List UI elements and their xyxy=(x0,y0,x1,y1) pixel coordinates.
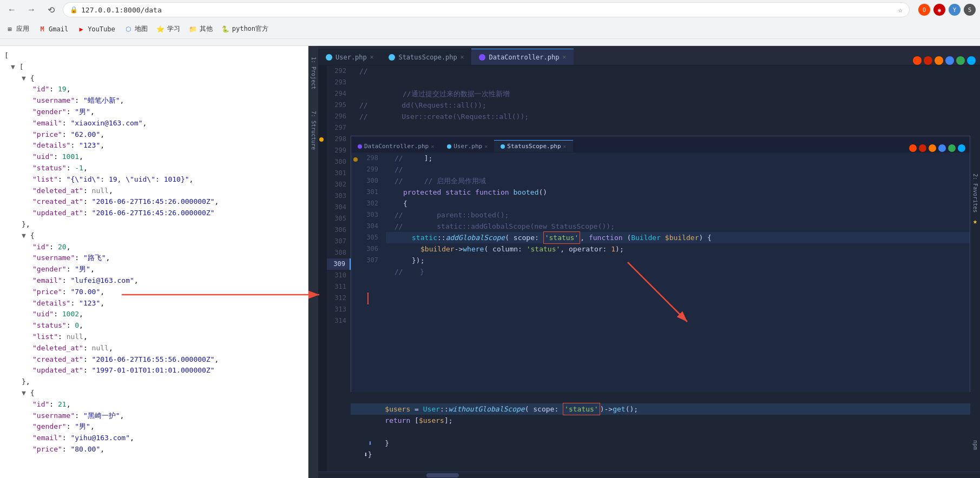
editor-tabs: User.php ✕ StatusScope.php ✕ DataControl… xyxy=(318,46,980,65)
ln-312: 312 xyxy=(327,293,351,304)
reload-button[interactable]: ⟲ xyxy=(43,2,58,17)
cl-313: ⬇} xyxy=(351,449,970,460)
code-line-297 xyxy=(351,122,970,134)
json-line: "gender": "男", xyxy=(0,107,308,118)
ln-300: 300 xyxy=(327,156,351,168)
editor-browser-icons xyxy=(909,56,980,65)
ncl-299: // xyxy=(386,164,970,175)
json-pane[interactable]: [ ▼ [ ▼ { "id": 19, "username": "蜡笔小新", … xyxy=(0,46,308,478)
other-icon: 📁 xyxy=(189,25,198,34)
bookmark-gmail[interactable]: M Gmail xyxy=(38,25,68,34)
bookmark-study[interactable]: ⭐ 学习 xyxy=(156,24,180,34)
structure-label[interactable]: 7: Structure xyxy=(311,111,317,150)
json-line: "list": "{\"id\": 19, \"uid\": 1010}", xyxy=(0,174,308,185)
ncl-307: // } xyxy=(386,266,970,277)
close-user-php[interactable]: ✕ xyxy=(370,54,374,61)
ncl-300: // // 启用全局作用域 xyxy=(386,175,970,187)
editor-pane: 1: Project 7: Structure User.php ✕ Statu… xyxy=(308,46,980,478)
bookmark-apps[interactable]: ⊞ 应用 xyxy=(5,24,29,34)
nested-close-3[interactable]: ✕ xyxy=(563,143,567,149)
ln-314: 314 xyxy=(327,315,351,327)
bookmark-maps[interactable]: ⬡ 地图 xyxy=(124,24,148,34)
ext-icon-1: ◉ xyxy=(933,4,945,16)
breakpoint-dot xyxy=(319,137,324,142)
ln-299: 299 xyxy=(327,145,351,156)
ext-icon-3: S xyxy=(964,4,976,16)
npm-label[interactable]: npm xyxy=(972,440,978,450)
side-panel: 1: Project 7: Structure xyxy=(308,46,318,478)
address-bar[interactable]: 🔒 127.0.0.1:8000/data ☆ xyxy=(63,2,910,17)
tab-data-controller-label: DataController.php xyxy=(489,54,559,61)
bookmark-other[interactable]: 📁 其他 xyxy=(189,24,213,34)
code-line-293 xyxy=(351,77,970,88)
json-line: "gender": "男", xyxy=(0,264,308,275)
bookmark-gmail-label: Gmail xyxy=(49,25,68,33)
nested-gutter: 298 299 300 301 302 303 304 305 306 307 xyxy=(364,152,386,277)
json-line: "details": "123", xyxy=(0,140,308,151)
close-status-scope[interactable]: ✕ xyxy=(461,54,464,61)
nested-dot xyxy=(353,157,358,162)
n-dot-1 xyxy=(909,144,917,152)
json-line: ▼ [ xyxy=(0,62,308,73)
json-line: "deleted_at": null, xyxy=(0,185,308,197)
tab-user-php-label: User.php xyxy=(336,54,367,61)
ncl-305: $builder->where( column: 'status', opera… xyxy=(386,243,970,255)
nln-307: 307 xyxy=(364,255,383,266)
nln-301: 301 xyxy=(364,187,383,198)
favorites-label[interactable]: 2: Favorites xyxy=(972,174,978,213)
bookmark-youtube[interactable]: ▶ YouTube xyxy=(77,25,115,34)
tab-data-controller[interactable]: DataController.php ✕ xyxy=(471,49,574,65)
opera-icon: O xyxy=(918,4,930,16)
close-data-controller[interactable]: ✕ xyxy=(562,54,566,61)
main-area: [ ▼ [ ▼ { "id": 19, "username": "蜡笔小新", … xyxy=(0,46,980,478)
json-line: "list": null, xyxy=(0,331,308,343)
nested-tab-icon-3 xyxy=(501,144,505,149)
nested-tab-user[interactable]: User.php ✕ xyxy=(440,141,494,152)
nested-close-1[interactable]: ✕ xyxy=(431,143,434,149)
back-button[interactable]: ← xyxy=(4,2,19,17)
python-icon: 🐍 xyxy=(221,25,230,34)
bookmark-python-label: python官方 xyxy=(232,24,268,34)
code-line-296: // User::create(\Request::all()); xyxy=(351,111,970,122)
ln-307: 307 xyxy=(327,236,351,247)
nested-close-2[interactable]: ✕ xyxy=(484,143,488,149)
nested-code: // ]; // // // 启用全局作用域 protected static … xyxy=(386,152,970,277)
json-username-line: "username": "蜡笔小新", xyxy=(0,95,308,107)
n-dot-4 xyxy=(938,144,946,152)
ln-304: 304 xyxy=(327,202,351,213)
n-dot-5 xyxy=(948,144,956,152)
code-line-295: // dd(\Request::all()); xyxy=(351,99,970,111)
json-line: "deleted_at": null, xyxy=(0,343,308,354)
nln-298: 298 xyxy=(364,152,383,164)
json-line: "username": "路飞", xyxy=(0,253,308,264)
tab-status-scope[interactable]: StatusScope.php ✕ xyxy=(381,49,471,65)
forward-button[interactable]: → xyxy=(24,2,39,17)
nested-tab-icon-1 xyxy=(358,144,362,149)
json-line: "price": "62.00", xyxy=(0,129,308,141)
nav-bar: ← → ⟲ 🔒 127.0.0.1:8000/data ☆ O ◉ Y S xyxy=(0,0,980,19)
browser-dot-green xyxy=(956,56,965,65)
json-line: ▼ { xyxy=(0,230,308,242)
nested-tab-scope[interactable]: StatusScope.php ✕ xyxy=(494,140,573,152)
horizontal-scrollbar[interactable] xyxy=(318,472,980,478)
url-text: 127.0.0.1:8000/data xyxy=(81,6,895,14)
json-status-line: "status": 0, xyxy=(0,320,308,331)
nln-303: 303 xyxy=(364,209,383,221)
bookmark-apps-label: 应用 xyxy=(16,24,29,34)
ln-309: 309 xyxy=(327,258,351,270)
scrollbar-thumb[interactable] xyxy=(426,473,459,477)
nested-left-icons xyxy=(351,152,364,277)
code-line-292: // xyxy=(351,65,970,77)
n-dot-6 xyxy=(958,144,965,152)
ln-297: 297 xyxy=(327,122,351,134)
project-label[interactable]: 1: Project xyxy=(311,57,317,89)
bookmark-python[interactable]: 🐍 python官方 xyxy=(221,24,268,34)
bookmark-study-label: 学习 xyxy=(167,24,180,34)
ncl-304: static::addGlobalScope( scope: 'status',… xyxy=(386,232,970,243)
nested-tab-controller[interactable]: DataController.php ✕ xyxy=(351,141,440,152)
tab-user-php[interactable]: User.php ✕ xyxy=(318,49,381,65)
json-line: [ xyxy=(0,50,308,62)
json-line: "uid": 1001, xyxy=(0,151,308,163)
json-line: "id": 19, xyxy=(0,84,308,95)
gmail-icon: M xyxy=(38,25,47,34)
